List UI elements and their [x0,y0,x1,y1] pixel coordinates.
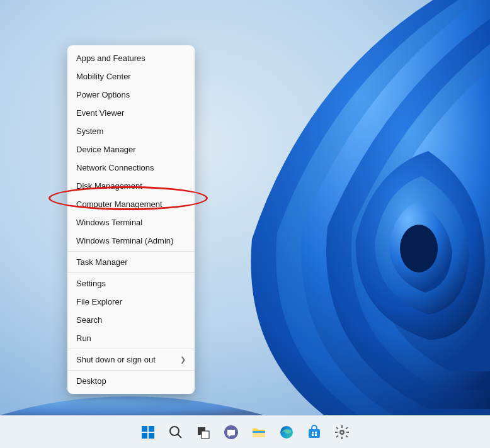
svg-rect-22 [346,432,349,433]
menu-item-task-manager[interactable]: Task Manager [67,253,195,271]
menu-item-label: File Explorer [76,297,122,306]
edge-icon[interactable] [275,421,298,444]
svg-rect-14 [309,429,320,438]
menu-item-mobility-center[interactable]: Mobility Center [67,67,195,86]
svg-rect-2 [142,426,147,432]
menu-separator [67,251,195,252]
menu-item-windows-terminal-admin[interactable]: Windows Terminal (Admin) [67,232,195,250]
menu-item-network-connections[interactable]: Network Connections [67,159,195,177]
svg-rect-4 [142,433,147,439]
task-view-icon[interactable] [192,421,215,444]
menu-item-label: Computer Management [76,199,162,209]
menu-item-device-manager[interactable]: Device Manager [67,140,195,159]
svg-rect-26 [336,435,338,437]
menu-item-label: Task Manager [76,257,128,267]
search-icon[interactable] [164,421,187,444]
menu-separator [67,349,195,349]
menu-item-computer-management[interactable]: Computer Management [67,195,195,213]
svg-rect-15 [312,432,314,434]
menu-item-label: Mobility Center [76,72,131,81]
menu-separator [67,272,195,273]
menu-item-label: Device Manager [76,145,136,154]
menu-item-disk-management[interactable]: Disk Management [67,177,195,195]
menu-item-label: System [76,126,103,136]
menu-item-shut-down-or-sign-out[interactable]: Shut down or sign out ❯ [67,350,195,369]
menu-item-label: Power Options [76,90,130,99]
start-button[interactable] [137,421,159,444]
menu-item-label: Run [76,333,91,343]
menu-item-label: Shut down or sign out [76,355,156,364]
svg-rect-5 [149,433,154,439]
svg-rect-17 [312,434,314,436]
winx-context-menu: Apps and Features Mobility Center Power … [67,45,195,394]
svg-rect-18 [315,434,317,436]
svg-rect-12 [253,431,265,433]
svg-point-6 [170,427,179,435]
menu-item-label: Network Connections [76,163,154,172]
chat-icon[interactable] [220,421,242,444]
svg-rect-16 [315,432,317,434]
svg-rect-23 [336,427,338,429]
file-explorer-icon[interactable] [248,421,270,444]
svg-rect-9 [202,431,209,439]
settings-icon[interactable] [331,421,353,444]
taskbar [0,415,490,448]
menu-item-event-viewer[interactable]: Event Viewer [67,104,195,122]
menu-item-label: Disk Management [76,181,142,191]
svg-rect-20 [341,437,343,439]
menu-item-label: Search [76,315,102,325]
menu-item-search[interactable]: Search [67,311,195,329]
menu-item-power-options[interactable]: Power Options [67,86,195,104]
store-icon[interactable] [303,421,326,444]
svg-point-1 [400,225,438,272]
svg-rect-24 [345,435,348,437]
menu-item-label: Desktop [76,376,106,386]
menu-separator [67,370,195,371]
menu-item-label: Windows Terminal [76,218,142,227]
menu-item-file-explorer[interactable]: File Explorer [67,293,195,311]
menu-item-settings[interactable]: Settings [67,274,195,293]
menu-item-label: Settings [76,279,106,288]
menu-item-label: Windows Terminal (Admin) [76,236,173,245]
menu-item-apps-and-features[interactable]: Apps and Features [67,49,195,67]
svg-rect-19 [341,425,343,428]
menu-item-system[interactable]: System [67,122,195,140]
chevron-right-icon: ❯ [180,356,186,364]
menu-item-run[interactable]: Run [67,329,195,347]
menu-item-windows-terminal[interactable]: Windows Terminal [67,213,195,232]
svg-rect-25 [345,427,348,429]
menu-item-desktop[interactable]: Desktop [67,372,195,390]
svg-rect-21 [335,432,338,433]
svg-line-7 [178,434,181,438]
menu-item-label: Apps and Features [76,53,145,63]
svg-rect-3 [149,426,154,432]
menu-item-label: Event Viewer [76,108,124,118]
